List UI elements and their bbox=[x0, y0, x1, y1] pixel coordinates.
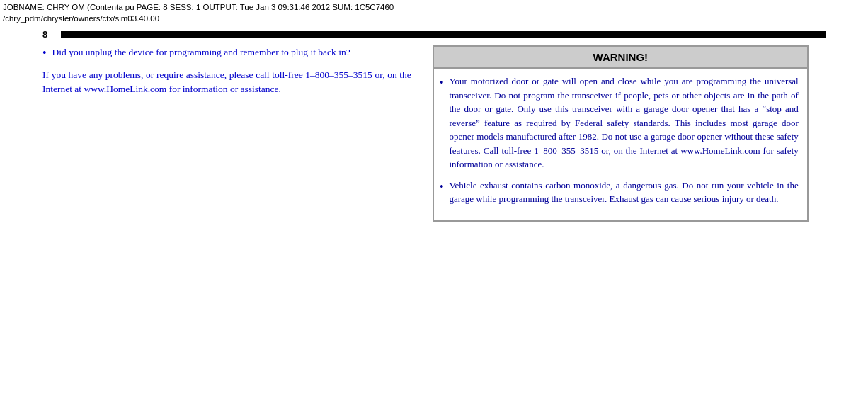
left-bullet-1-text: Did you unplug the device for programmin… bbox=[52, 45, 350, 60]
page-number-bar bbox=[61, 31, 826, 38]
page-content: 8 • Did you unplug the device for progra… bbox=[0, 26, 868, 229]
warning-body: • Your motorized door or gate will open … bbox=[434, 69, 807, 220]
warning-bullet-dot-1: • bbox=[440, 76, 444, 89]
bullet-dot-1: • bbox=[42, 46, 47, 61]
header-line1: JOBNAME: CHRY OM (Contenta pu PAGE: 8 SE… bbox=[3, 1, 865, 13]
two-column-layout: • Did you unplug the device for programm… bbox=[42, 45, 826, 222]
warning-bullet-dot-2: • bbox=[440, 180, 444, 193]
page-number-row: 8 bbox=[42, 29, 826, 40]
header-line2: /chry_pdm/chrysler/owners/ctx/sim03.40.0… bbox=[3, 13, 865, 24]
warning-bullet-1: • Your motorized door or gate will open … bbox=[440, 74, 799, 171]
warning-box: WARNING! • Your motorized door or gate w… bbox=[433, 45, 809, 222]
warning-title: WARNING! bbox=[434, 47, 807, 69]
warning-bullet-2-text: Vehicle exhaust contains carbon monoxide… bbox=[449, 179, 798, 206]
header-bar: JOBNAME: CHRY OM (Contenta pu PAGE: 8 SE… bbox=[0, 0, 868, 26]
left-bullet-1: • Did you unplug the device for programm… bbox=[42, 45, 411, 61]
warning-bullet-2: • Vehicle exhaust contains carbon monoxi… bbox=[440, 179, 799, 206]
warning-bullet-1-text: Your motorized door or gate will open an… bbox=[449, 74, 798, 171]
left-column: • Did you unplug the device for programm… bbox=[42, 45, 418, 222]
left-paragraph: If you have any problems, or require ass… bbox=[42, 68, 411, 97]
page-number: 8 bbox=[42, 29, 54, 40]
